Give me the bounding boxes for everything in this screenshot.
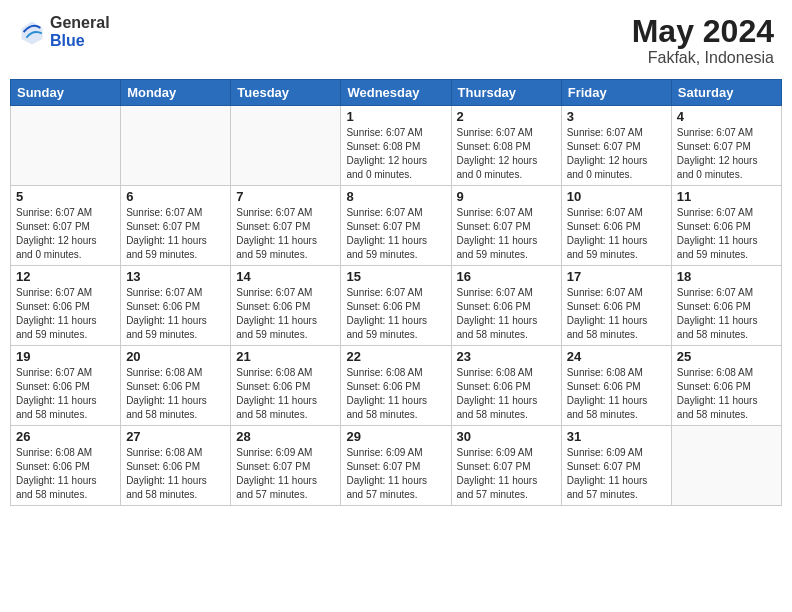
calendar-cell: 17Sunrise: 6:07 AM Sunset: 6:06 PM Dayli… <box>561 266 671 346</box>
calendar-cell: 13Sunrise: 6:07 AM Sunset: 6:06 PM Dayli… <box>121 266 231 346</box>
day-detail: Sunrise: 6:08 AM Sunset: 6:06 PM Dayligh… <box>567 366 666 422</box>
day-number: 22 <box>346 349 445 364</box>
calendar-cell <box>231 106 341 186</box>
calendar-cell: 14Sunrise: 6:07 AM Sunset: 6:06 PM Dayli… <box>231 266 341 346</box>
day-number: 11 <box>677 189 776 204</box>
day-detail: Sunrise: 6:07 AM Sunset: 6:07 PM Dayligh… <box>677 126 776 182</box>
day-detail: Sunrise: 6:07 AM Sunset: 6:06 PM Dayligh… <box>567 286 666 342</box>
title-block: May 2024 Fakfak, Indonesia <box>632 14 774 67</box>
day-number: 15 <box>346 269 445 284</box>
day-detail: Sunrise: 6:07 AM Sunset: 6:08 PM Dayligh… <box>346 126 445 182</box>
day-number: 5 <box>16 189 115 204</box>
day-number: 21 <box>236 349 335 364</box>
day-number: 20 <box>126 349 225 364</box>
day-number: 9 <box>457 189 556 204</box>
calendar-cell <box>671 426 781 506</box>
day-number: 1 <box>346 109 445 124</box>
calendar-cell: 19Sunrise: 6:07 AM Sunset: 6:06 PM Dayli… <box>11 346 121 426</box>
calendar-cell: 28Sunrise: 6:09 AM Sunset: 6:07 PM Dayli… <box>231 426 341 506</box>
day-number: 12 <box>16 269 115 284</box>
day-detail: Sunrise: 6:07 AM Sunset: 6:06 PM Dayligh… <box>346 286 445 342</box>
day-number: 3 <box>567 109 666 124</box>
day-detail: Sunrise: 6:07 AM Sunset: 6:06 PM Dayligh… <box>677 206 776 262</box>
calendar-cell: 8Sunrise: 6:07 AM Sunset: 6:07 PM Daylig… <box>341 186 451 266</box>
day-detail: Sunrise: 6:08 AM Sunset: 6:06 PM Dayligh… <box>236 366 335 422</box>
day-number: 8 <box>346 189 445 204</box>
day-number: 31 <box>567 429 666 444</box>
weekday-header: Thursday <box>451 80 561 106</box>
day-number: 27 <box>126 429 225 444</box>
day-detail: Sunrise: 6:09 AM Sunset: 6:07 PM Dayligh… <box>457 446 556 502</box>
calendar-cell <box>121 106 231 186</box>
day-number: 29 <box>346 429 445 444</box>
day-detail: Sunrise: 6:09 AM Sunset: 6:07 PM Dayligh… <box>346 446 445 502</box>
calendar-cell: 4Sunrise: 6:07 AM Sunset: 6:07 PM Daylig… <box>671 106 781 186</box>
day-number: 25 <box>677 349 776 364</box>
calendar-week-row: 19Sunrise: 6:07 AM Sunset: 6:06 PM Dayli… <box>11 346 782 426</box>
calendar-cell: 22Sunrise: 6:08 AM Sunset: 6:06 PM Dayli… <box>341 346 451 426</box>
month-year: May 2024 <box>632 14 774 49</box>
calendar-cell: 3Sunrise: 6:07 AM Sunset: 6:07 PM Daylig… <box>561 106 671 186</box>
day-detail: Sunrise: 6:07 AM Sunset: 6:07 PM Dayligh… <box>16 206 115 262</box>
day-number: 10 <box>567 189 666 204</box>
calendar-cell: 6Sunrise: 6:07 AM Sunset: 6:07 PM Daylig… <box>121 186 231 266</box>
day-number: 2 <box>457 109 556 124</box>
calendar-cell: 29Sunrise: 6:09 AM Sunset: 6:07 PM Dayli… <box>341 426 451 506</box>
calendar-cell: 11Sunrise: 6:07 AM Sunset: 6:06 PM Dayli… <box>671 186 781 266</box>
page-header: General Blue May 2024 Fakfak, Indonesia <box>10 10 782 71</box>
logo: General Blue <box>18 14 110 49</box>
logo-general: General <box>50 14 110 32</box>
calendar-cell: 5Sunrise: 6:07 AM Sunset: 6:07 PM Daylig… <box>11 186 121 266</box>
weekday-header: Sunday <box>11 80 121 106</box>
calendar-cell: 1Sunrise: 6:07 AM Sunset: 6:08 PM Daylig… <box>341 106 451 186</box>
day-number: 4 <box>677 109 776 124</box>
day-detail: Sunrise: 6:07 AM Sunset: 6:07 PM Dayligh… <box>126 206 225 262</box>
day-detail: Sunrise: 6:07 AM Sunset: 6:07 PM Dayligh… <box>567 126 666 182</box>
day-detail: Sunrise: 6:07 AM Sunset: 6:07 PM Dayligh… <box>457 206 556 262</box>
day-detail: Sunrise: 6:08 AM Sunset: 6:06 PM Dayligh… <box>457 366 556 422</box>
calendar-cell: 30Sunrise: 6:09 AM Sunset: 6:07 PM Dayli… <box>451 426 561 506</box>
day-detail: Sunrise: 6:08 AM Sunset: 6:06 PM Dayligh… <box>677 366 776 422</box>
calendar-cell: 24Sunrise: 6:08 AM Sunset: 6:06 PM Dayli… <box>561 346 671 426</box>
calendar-cell <box>11 106 121 186</box>
calendar-cell: 10Sunrise: 6:07 AM Sunset: 6:06 PM Dayli… <box>561 186 671 266</box>
calendar-table: SundayMondayTuesdayWednesdayThursdayFrid… <box>10 79 782 506</box>
calendar-cell: 9Sunrise: 6:07 AM Sunset: 6:07 PM Daylig… <box>451 186 561 266</box>
calendar-cell: 7Sunrise: 6:07 AM Sunset: 6:07 PM Daylig… <box>231 186 341 266</box>
logo-blue-text: Blue <box>50 32 110 50</box>
location: Fakfak, Indonesia <box>632 49 774 67</box>
logo-icon <box>18 18 46 46</box>
weekday-header: Tuesday <box>231 80 341 106</box>
calendar-cell: 16Sunrise: 6:07 AM Sunset: 6:06 PM Dayli… <box>451 266 561 346</box>
day-number: 24 <box>567 349 666 364</box>
day-number: 14 <box>236 269 335 284</box>
day-detail: Sunrise: 6:07 AM Sunset: 6:06 PM Dayligh… <box>567 206 666 262</box>
weekday-header: Friday <box>561 80 671 106</box>
day-detail: Sunrise: 6:08 AM Sunset: 6:06 PM Dayligh… <box>16 446 115 502</box>
day-detail: Sunrise: 6:07 AM Sunset: 6:06 PM Dayligh… <box>126 286 225 342</box>
day-detail: Sunrise: 6:07 AM Sunset: 6:06 PM Dayligh… <box>16 286 115 342</box>
calendar-cell: 23Sunrise: 6:08 AM Sunset: 6:06 PM Dayli… <box>451 346 561 426</box>
day-detail: Sunrise: 6:07 AM Sunset: 6:07 PM Dayligh… <box>346 206 445 262</box>
day-number: 23 <box>457 349 556 364</box>
day-detail: Sunrise: 6:08 AM Sunset: 6:06 PM Dayligh… <box>126 446 225 502</box>
weekday-header: Wednesday <box>341 80 451 106</box>
day-detail: Sunrise: 6:08 AM Sunset: 6:06 PM Dayligh… <box>126 366 225 422</box>
day-number: 13 <box>126 269 225 284</box>
day-detail: Sunrise: 6:08 AM Sunset: 6:06 PM Dayligh… <box>346 366 445 422</box>
calendar-cell: 12Sunrise: 6:07 AM Sunset: 6:06 PM Dayli… <box>11 266 121 346</box>
calendar-week-row: 5Sunrise: 6:07 AM Sunset: 6:07 PM Daylig… <box>11 186 782 266</box>
calendar-cell: 27Sunrise: 6:08 AM Sunset: 6:06 PM Dayli… <box>121 426 231 506</box>
logo-text: General Blue <box>50 14 110 49</box>
calendar-cell: 21Sunrise: 6:08 AM Sunset: 6:06 PM Dayli… <box>231 346 341 426</box>
day-detail: Sunrise: 6:09 AM Sunset: 6:07 PM Dayligh… <box>567 446 666 502</box>
calendar-cell: 15Sunrise: 6:07 AM Sunset: 6:06 PM Dayli… <box>341 266 451 346</box>
calendar-cell: 18Sunrise: 6:07 AM Sunset: 6:06 PM Dayli… <box>671 266 781 346</box>
day-detail: Sunrise: 6:07 AM Sunset: 6:08 PM Dayligh… <box>457 126 556 182</box>
weekday-header: Monday <box>121 80 231 106</box>
calendar-cell: 26Sunrise: 6:08 AM Sunset: 6:06 PM Dayli… <box>11 426 121 506</box>
calendar-week-row: 12Sunrise: 6:07 AM Sunset: 6:06 PM Dayli… <box>11 266 782 346</box>
calendar-cell: 31Sunrise: 6:09 AM Sunset: 6:07 PM Dayli… <box>561 426 671 506</box>
calendar-cell: 2Sunrise: 6:07 AM Sunset: 6:08 PM Daylig… <box>451 106 561 186</box>
day-number: 28 <box>236 429 335 444</box>
